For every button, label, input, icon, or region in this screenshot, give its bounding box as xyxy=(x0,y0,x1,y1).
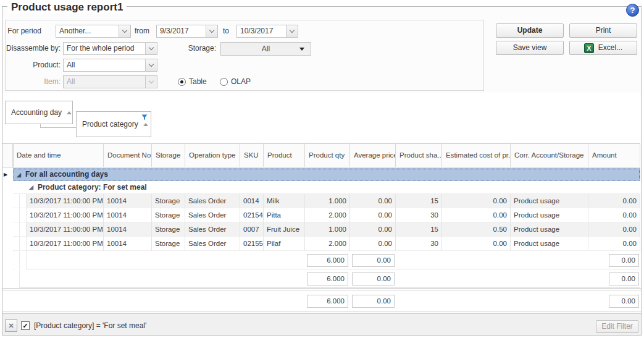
storage-dropdown[interactable]: All xyxy=(220,42,311,56)
cell-corr[interactable]: Product usage xyxy=(511,222,588,237)
table-row[interactable]: 10/3/2017 11:00:00 PM 10014 Storage Sale… xyxy=(0,208,644,222)
column-header-doc-no[interactable]: Document No. xyxy=(104,143,152,167)
olap-radio-label: OLAP xyxy=(231,77,251,86)
excel-icon: X xyxy=(584,43,594,53)
filter-icon[interactable] xyxy=(141,114,148,120)
cell-share[interactable]: 15 xyxy=(396,194,442,208)
cell-product[interactable]: Pilaf xyxy=(264,237,305,251)
cell-est-cost[interactable]: 0.50 xyxy=(442,222,511,237)
cell-est-cost[interactable]: 0.00 xyxy=(442,194,511,208)
cell-est-cost[interactable]: 0.00 xyxy=(442,237,511,251)
expand-icon[interactable]: ◢ xyxy=(17,172,21,178)
group-box-accounting-day[interactable]: Accounting day xyxy=(5,101,73,124)
cell-op-type[interactable]: Sales Order xyxy=(185,208,240,222)
remove-filter-button[interactable]: ✕ xyxy=(5,319,17,332)
chevron-down-icon[interactable] xyxy=(119,25,130,37)
cell-doc-no[interactable]: 10014 xyxy=(104,237,152,251)
cell-corr[interactable]: Product usage xyxy=(511,194,588,208)
chevron-down-icon[interactable] xyxy=(145,59,157,71)
update-button[interactable]: Update xyxy=(496,23,564,38)
edit-filter-button[interactable]: Edit Filter xyxy=(596,320,638,333)
cell-doc-no[interactable]: 10014 xyxy=(104,194,152,208)
column-header-share[interactable]: Product sha... xyxy=(396,143,442,167)
cell-share[interactable]: 15 xyxy=(396,222,442,237)
column-header-qty[interactable]: Product qty xyxy=(305,143,350,167)
cell-op-type[interactable]: Sales Order xyxy=(185,194,240,208)
excel-button-label: Excel... xyxy=(598,41,622,54)
cell-storage[interactable]: Storage xyxy=(152,208,185,222)
cell-doc-no[interactable]: 10014 xyxy=(104,208,152,222)
group-row-accounting-days[interactable]: ◢ For all accounting days xyxy=(13,168,640,181)
cell-qty[interactable]: 1.000 xyxy=(305,222,350,237)
column-header-product[interactable]: Product xyxy=(264,143,305,167)
column-header-corr[interactable]: Corr. Account/Storage xyxy=(511,143,588,167)
table-row[interactable]: 10/3/2017 11:00:00 PM 10014 Storage Sale… xyxy=(0,194,644,208)
cell-avg-price[interactable]: 0.00 xyxy=(350,208,396,222)
filter-expression[interactable]: [Product category] = 'For set meal' xyxy=(34,321,146,331)
to-date-value: 10/3/2017 xyxy=(237,25,286,37)
cell-qty[interactable]: 1.000 xyxy=(305,194,350,208)
cell-sku[interactable]: 0007 xyxy=(240,222,264,237)
olap-radio[interactable]: OLAP xyxy=(220,77,251,86)
filter-enabled-checkbox[interactable]: ✓ xyxy=(21,321,30,330)
cell-sku[interactable]: 02155 xyxy=(240,237,264,251)
cell-qty[interactable]: 2.000 xyxy=(305,237,350,251)
from-date-input[interactable]: 9/3/2017 xyxy=(156,25,218,38)
cell-storage[interactable]: Storage xyxy=(152,194,185,208)
cell-sku[interactable]: 0014 xyxy=(240,194,264,208)
cell-product[interactable]: Pitta xyxy=(264,208,305,222)
column-header-storage[interactable]: Storage xyxy=(152,143,185,167)
cell-storage[interactable]: Storage xyxy=(152,237,185,251)
cell-avg-price[interactable]: 0.00 xyxy=(350,237,396,251)
column-header-amount[interactable]: Amount xyxy=(588,143,640,167)
group-box-product-category[interactable]: Product category xyxy=(76,111,151,137)
grand-total-top-border xyxy=(2,290,641,291)
group-row-product-category[interactable]: ◢ Product category: For set meal xyxy=(13,181,640,194)
for-period-select[interactable]: Another... xyxy=(56,25,131,38)
cell-amount[interactable]: 0.00 xyxy=(588,194,640,208)
cell-qty[interactable]: 2.000 xyxy=(305,208,350,222)
cell-datetime[interactable]: 10/3/2017 11:00:00 PM xyxy=(27,222,104,237)
cell-est-cost[interactable]: 0.00 xyxy=(442,208,511,222)
to-date-input[interactable]: 10/3/2017 xyxy=(236,25,298,38)
cell-storage[interactable]: Storage xyxy=(152,222,185,237)
cell-datetime[interactable]: 10/3/2017 11:00:00 PM xyxy=(27,208,104,222)
table-row[interactable]: 10/3/2017 11:00:00 PM 10014 Storage Sale… xyxy=(0,222,644,237)
excel-button[interactable]: X Excel... xyxy=(569,41,637,55)
cell-avg-price[interactable]: 0.00 xyxy=(350,222,396,237)
cell-amount[interactable]: 0.00 xyxy=(588,237,640,251)
column-header-est-cost[interactable]: Estimated cost of pr... xyxy=(442,143,511,167)
disassemble-by-label: Disassemble by: xyxy=(5,42,61,55)
sort-asc-icon xyxy=(143,123,148,126)
cell-corr[interactable]: Product usage xyxy=(511,237,588,251)
cell-product[interactable]: Milk xyxy=(264,194,305,208)
chevron-down-icon[interactable] xyxy=(286,25,298,37)
product-select[interactable]: All xyxy=(63,59,157,72)
cell-datetime[interactable]: 10/3/2017 11:00:00 PM xyxy=(27,194,104,208)
cell-op-type[interactable]: Sales Order xyxy=(185,222,240,237)
column-header-op-type[interactable]: Operation type xyxy=(185,143,240,167)
cell-sku[interactable]: 02154 xyxy=(240,208,264,222)
cell-amount[interactable]: 0.00 xyxy=(588,208,640,222)
expand-icon[interactable]: ◢ xyxy=(29,184,33,190)
column-header-date[interactable]: Date and time xyxy=(13,143,104,167)
cell-amount[interactable]: 0.00 xyxy=(588,222,640,237)
cell-share[interactable]: 30 xyxy=(396,237,442,251)
save-view-button[interactable]: Save view xyxy=(496,41,564,55)
cell-corr[interactable]: Product usage xyxy=(511,208,588,222)
column-header-avg-price[interactable]: Average price xyxy=(350,143,396,167)
chevron-down-icon[interactable] xyxy=(206,25,217,37)
print-button[interactable]: Print xyxy=(569,23,637,38)
cell-doc-no[interactable]: 10014 xyxy=(104,222,152,237)
chevron-down-icon[interactable] xyxy=(145,43,157,54)
disassemble-by-select[interactable]: For the whole period xyxy=(63,42,157,55)
cell-op-type[interactable]: Sales Order xyxy=(185,237,240,251)
table-radio[interactable]: Table xyxy=(178,77,207,86)
cell-datetime[interactable]: 10/3/2017 11:00:00 PM xyxy=(27,237,104,251)
column-header-sku[interactable]: SKU xyxy=(240,143,264,167)
cell-product[interactable]: Fruit Juice xyxy=(264,222,305,237)
help-icon[interactable]: ? xyxy=(626,4,639,17)
cell-avg-price[interactable]: 0.00 xyxy=(350,194,396,208)
cell-share[interactable]: 30 xyxy=(396,208,442,222)
table-row[interactable]: 10/3/2017 11:00:00 PM 10014 Storage Sale… xyxy=(0,237,644,251)
